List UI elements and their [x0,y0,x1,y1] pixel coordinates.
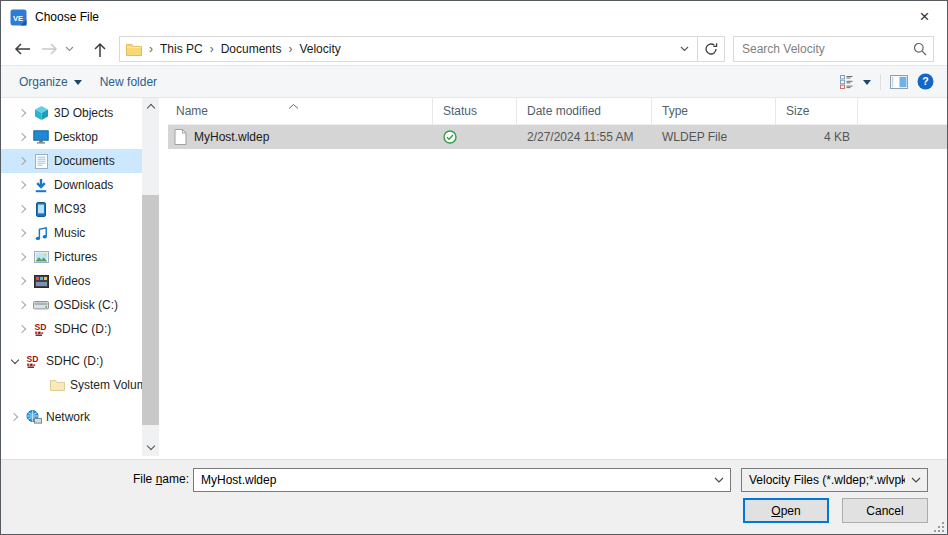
open-button[interactable]: Open [743,498,829,523]
file-name-combobox[interactable] [193,468,731,492]
column-header-label: Size [786,104,809,118]
change-view-button[interactable] [840,75,871,89]
sidebar-item-sdhc-d[interactable]: SDSDHC (D:) [1,349,142,373]
organize-button[interactable]: Organize [10,66,91,97]
sidebar-item-osdisk-c[interactable]: OSDisk (C:) [1,293,142,317]
forward-arrow-icon [40,42,59,56]
address-bar[interactable]: ›This PC›Documents›Velocity [119,36,725,62]
documents-icon [31,154,51,169]
column-header-label: Name [176,104,208,118]
help-icon: ? [917,73,934,90]
desktop-icon [31,130,51,144]
column-header-status[interactable]: Status [433,98,517,124]
chevron-right-icon[interactable] [15,326,31,332]
sd-card-icon: SD [31,322,51,337]
date-modified-text: 2/27/2024 11:55 AM [517,125,652,149]
chevron-right-icon[interactable] [15,110,31,116]
file-type-value: Velocity Files (*.wldep;*.wlvpk;* [742,473,905,487]
sidebar-item-pictures[interactable]: Pictures [1,245,142,269]
choose-file-dialog: VE Choose File × ›This PC›Documents›Velo… [0,0,948,535]
folder-icon [47,379,67,392]
search-input[interactable] [734,42,907,56]
breadcrumb-item-documents[interactable]: Documents [221,42,282,56]
svg-text:?: ? [922,75,928,87]
tree-gap [1,341,142,349]
sidebar-item-videos[interactable]: Videos [1,269,142,293]
file-type-dropdown[interactable]: Velocity Files (*.wldep;*.wlvpk;* [741,468,928,492]
chevron-right-icon[interactable] [15,182,31,188]
chevron-down-icon[interactable] [708,477,730,483]
column-header-name[interactable]: Name [168,98,433,124]
sidebar-item-downloads[interactable]: Downloads [1,173,142,197]
scroll-down-button[interactable] [142,439,159,456]
chevron-down-icon[interactable] [7,359,23,363]
chevron-right-icon[interactable] [7,414,23,420]
up-button[interactable] [85,36,115,62]
music-icon [31,226,51,241]
file-size-text: 4 KB [776,125,858,149]
cancel-button[interactable]: Cancel [842,498,928,523]
new-folder-button[interactable]: New folder [91,66,166,97]
search-box[interactable] [733,36,934,62]
sidebar-scrollbar[interactable] [142,98,159,456]
chevron-up-icon [146,104,154,112]
forward-button[interactable] [37,36,61,62]
sidebar-item-label: MC93 [54,202,86,216]
column-header-date-modified[interactable]: Date modified [517,98,652,124]
app-icon: VE [10,9,27,26]
sidebar-item-sdhc-d[interactable]: SDSDHC (D:) [1,317,142,341]
column-header-label: Status [443,104,477,118]
sidebar-item-label: SDHC (D:) [54,322,111,336]
sidebar-item-label: Videos [54,274,90,288]
window-title: Choose File [35,10,99,24]
sidebar-item-3d-objects[interactable]: 3D Objects [1,101,142,125]
status-synced-icon [443,130,457,144]
chevron-down-icon [905,477,927,483]
breadcrumb-separator-icon: › [281,42,299,56]
sidebar-item-label: OSDisk (C:) [54,298,118,312]
help-button[interactable]: ? [917,73,934,90]
file-name-input[interactable] [194,473,708,487]
address-dropdown-button[interactable] [671,37,697,61]
close-button[interactable]: × [902,1,947,32]
breadcrumb-item-velocity[interactable]: Velocity [299,42,340,56]
refresh-icon [704,42,718,56]
file-row-myhost-wldep[interactable]: MyHost.wldep2/27/2024 11:55 AMWLDEP File… [168,125,947,149]
folder-small-icon [126,43,142,56]
preview-pane-button[interactable] [890,75,908,89]
sidebar-item-label: Network [46,410,90,424]
sidebar-item-label: System Volume I [70,378,142,392]
sidebar-item-documents[interactable]: Documents [1,149,142,173]
back-button[interactable] [7,36,37,62]
sidebar-item-label: Desktop [54,130,98,144]
svg-text:VE: VE [13,13,23,22]
navigation-pane: 3D ObjectsDesktopDocumentsDownloadsMC93M… [1,98,161,459]
breadcrumb-item-this-pc[interactable]: This PC [160,42,203,56]
column-header-size[interactable]: Size [776,98,858,124]
chevron-right-icon[interactable] [15,206,31,212]
breadcrumb-separator-icon: › [203,42,221,56]
sidebar-item-desktop[interactable]: Desktop [1,125,142,149]
resize-grip[interactable] [933,521,944,532]
sort-ascending-icon [288,98,299,112]
sidebar-item-mc93[interactable]: MC93 [1,197,142,221]
details-view-icon [840,75,857,89]
chevron-right-icon[interactable] [15,254,31,260]
sidebar-item-network[interactable]: Network [1,405,142,429]
scroll-up-button[interactable] [142,98,159,115]
svg-text:SD: SD [26,354,38,364]
sidebar-item-music[interactable]: Music [1,221,142,245]
file-list[interactable]: NameStatusDate modifiedTypeSize MyHost.w… [168,98,947,459]
column-header-type[interactable]: Type [652,98,776,124]
chevron-right-icon[interactable] [15,278,31,284]
chevron-right-icon[interactable] [15,134,31,140]
title-bar: VE Choose File × [1,1,947,33]
chevron-right-icon[interactable] [15,302,31,308]
chevron-right-icon[interactable] [15,158,31,164]
recent-locations-button[interactable] [61,36,77,62]
file-type-text: WLDEP File [652,125,776,149]
sidebar-item-system-volume-i[interactable]: System Volume I [1,373,142,397]
chevron-right-icon[interactable] [15,230,31,236]
scrollbar-thumb[interactable] [142,195,159,425]
refresh-button[interactable] [697,37,724,61]
